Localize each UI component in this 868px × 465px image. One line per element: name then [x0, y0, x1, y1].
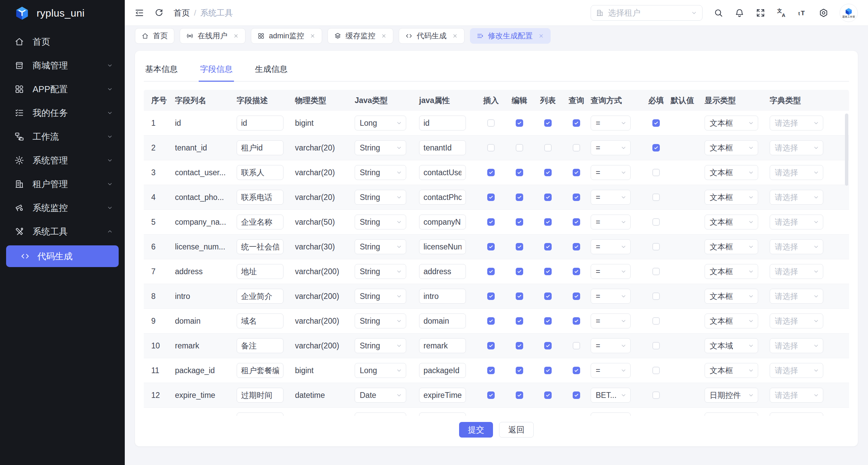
refresh-icon[interactable]	[154, 8, 164, 18]
close-icon[interactable]	[452, 33, 458, 39]
java-attr-input[interactable]	[419, 388, 466, 403]
list-checkbox[interactable]	[544, 218, 552, 226]
display-type-select[interactable]: 文本框	[705, 264, 758, 279]
sidebar-item-tools[interactable]: 系统工具	[6, 222, 119, 241]
field-description-input[interactable]	[237, 165, 283, 180]
app-logo[interactable]: ryplus_uni	[0, 0, 125, 26]
display-type-select[interactable]: 文本框	[705, 140, 758, 155]
edit-checkbox[interactable]	[516, 243, 523, 250]
list-checkbox[interactable]	[544, 169, 552, 176]
tab-generate-info[interactable]: 生成信息	[254, 60, 289, 81]
required-checkbox[interactable]	[652, 144, 660, 151]
settings-gear-icon[interactable]	[818, 8, 829, 18]
required-checkbox[interactable]	[652, 169, 660, 176]
dict-type-select[interactable]: 请选择	[770, 165, 823, 180]
tab-field-info[interactable]: 字段信息	[199, 60, 234, 82]
sidebar-item-store[interactable]: 商城管理	[6, 56, 119, 75]
query-method-select[interactable]: =	[591, 190, 631, 205]
display-type-select[interactable]: 文本框	[705, 289, 758, 304]
query-method-select[interactable]: =	[591, 314, 631, 328]
java-type-select[interactable]: String	[355, 140, 406, 155]
field-description-input[interactable]	[237, 215, 283, 229]
query-checkbox[interactable]	[573, 342, 580, 349]
dict-type-select[interactable]: 请选择	[770, 239, 823, 254]
dict-type-select[interactable]: 请选择	[770, 140, 823, 155]
query-checkbox[interactable]	[573, 243, 580, 250]
display-type-select[interactable]	[705, 412, 758, 416]
display-type-select[interactable]: 文本框	[705, 314, 758, 328]
display-type-select[interactable]: 文本框	[705, 190, 758, 205]
java-attr-input[interactable]	[419, 338, 466, 353]
required-checkbox[interactable]	[652, 119, 660, 127]
query-checkbox[interactable]	[573, 292, 580, 300]
query-checkbox[interactable]	[573, 218, 580, 226]
list-checkbox[interactable]	[544, 342, 552, 349]
display-type-select[interactable]: 文本框	[705, 165, 758, 180]
query-checkbox[interactable]	[573, 119, 580, 127]
java-attr-input[interactable]	[419, 289, 466, 304]
java-type-select[interactable]: Long	[355, 363, 406, 378]
display-type-select[interactable]: 文本框	[705, 363, 758, 378]
field-description-input[interactable]	[237, 289, 283, 304]
field-description-input[interactable]	[237, 388, 283, 403]
dict-type-select[interactable]: 请选择	[770, 264, 823, 279]
insert-checkbox[interactable]	[487, 317, 495, 325]
list-checkbox[interactable]	[544, 194, 552, 201]
insert-checkbox[interactable]	[487, 169, 495, 176]
list-checkbox[interactable]	[544, 292, 552, 300]
java-type-select[interactable]: String	[355, 338, 406, 353]
query-method-select[interactable]: =	[591, 165, 631, 180]
java-attr-input[interactable]	[419, 239, 466, 254]
tenant-select[interactable]: 选择租户	[591, 5, 703, 21]
java-type-select[interactable]: String	[355, 165, 406, 180]
java-type-select[interactable]: String	[355, 314, 406, 328]
open-tab-broadcast[interactable]: 在线用户	[180, 28, 245, 44]
insert-checkbox[interactable]	[487, 268, 495, 275]
edit-checkbox[interactable]	[516, 391, 523, 399]
list-checkbox[interactable]	[544, 391, 552, 399]
java-type-select[interactable]: Long	[355, 116, 406, 130]
collapse-sidebar-icon[interactable]	[134, 8, 144, 18]
open-tab-app-grid[interactable]: admin监控	[251, 28, 322, 44]
open-tab-home[interactable]: 首页	[135, 28, 174, 44]
java-attr-input[interactable]	[419, 363, 466, 378]
edit-checkbox[interactable]	[516, 292, 523, 300]
sidebar-item-home[interactable]: 首页	[6, 32, 119, 52]
java-attr-input[interactable]	[419, 116, 466, 130]
sidebar-item-app-grid[interactable]: APP配置	[6, 79, 119, 99]
field-description-input[interactable]	[237, 363, 283, 378]
dict-type-select[interactable]	[770, 412, 823, 416]
java-type-select[interactable]: String	[355, 289, 406, 304]
field-description-input[interactable]	[237, 412, 283, 416]
list-checkbox[interactable]	[544, 268, 552, 275]
sidebar-item-workflow[interactable]: 工作流	[6, 127, 119, 146]
dict-type-select[interactable]: 请选择	[770, 190, 823, 205]
java-type-select[interactable]: String	[355, 215, 406, 229]
query-checkbox[interactable]	[573, 169, 580, 176]
display-type-select[interactable]: 文本框	[705, 116, 758, 130]
required-checkbox[interactable]	[652, 194, 660, 201]
field-description-input[interactable]	[237, 264, 283, 279]
required-checkbox[interactable]	[652, 317, 660, 325]
edit-checkbox[interactable]	[516, 144, 523, 151]
insert-checkbox[interactable]	[487, 243, 495, 250]
sidebar-item-tenant-building[interactable]: 租户管理	[6, 174, 119, 194]
tab-basic-info[interactable]: 基本信息	[144, 60, 179, 81]
list-checkbox[interactable]	[544, 144, 552, 151]
query-method-select[interactable]: =	[591, 338, 631, 353]
fullscreen-icon[interactable]	[755, 8, 766, 18]
edit-checkbox[interactable]	[516, 194, 523, 201]
required-checkbox[interactable]	[652, 292, 660, 300]
query-checkbox[interactable]	[573, 144, 580, 151]
java-attr-input[interactable]	[419, 264, 466, 279]
query-method-select[interactable]	[591, 412, 631, 416]
user-avatar[interactable]: 若依工作室	[840, 4, 858, 22]
submit-button[interactable]: 提交	[459, 422, 493, 438]
open-tab-layers[interactable]: 缓存监控	[328, 28, 393, 44]
required-checkbox[interactable]	[652, 268, 660, 275]
insert-checkbox[interactable]	[487, 119, 495, 127]
display-type-select[interactable]: 文本框	[705, 215, 758, 229]
insert-checkbox[interactable]	[487, 391, 495, 399]
insert-checkbox[interactable]	[487, 292, 495, 300]
open-tab-list-config[interactable]: 修改生成配置	[470, 28, 551, 44]
